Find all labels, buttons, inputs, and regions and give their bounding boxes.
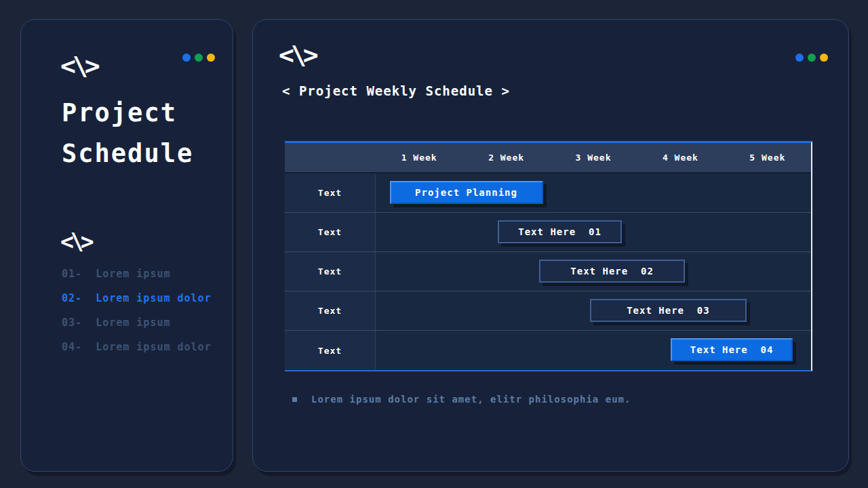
gantt-bar-project-planning[interactable]: Project Planning [390,181,543,204]
row-label: Text [285,213,376,251]
table-row: Text Project Planning [285,174,811,213]
sidebar-menu: 01- Lorem ipsum 02- Lorem ipsum dolor 03… [62,268,212,365]
row-timeline: Project Planning [376,174,811,212]
gantt-bar-04[interactable]: Text Here 04 [671,338,793,361]
gantt-table: 1 Week 2 Week 3 Week 4 Week 5 Week Text … [285,141,812,371]
sidebar-item-04[interactable]: 04- Lorem ipsum dolor [62,341,212,353]
window-controls [795,54,828,62]
gantt-header-week-1: 1 Week [376,152,462,163]
table-row: Text Text Here 04 [285,331,811,370]
square-bullet-icon [292,397,297,402]
gantt-header-week-2: 2 Week [462,152,549,163]
footnote: Lorem ipsum dolor sit amet, elitr philos… [292,394,631,405]
window-dot-yellow-icon[interactable] [207,54,215,62]
table-row: Text Text Here 01 [285,213,811,252]
page-title: Project Schedule [62,93,224,174]
row-label: Text [285,252,376,291]
schedule-title: < Project Weekly Schedule > [282,83,510,98]
gantt-bar-01[interactable]: Text Here 01 [498,220,623,243]
row-label: Text [285,291,376,330]
row-timeline: Text Here 04 [376,331,811,370]
row-label: Text [285,174,376,212]
code-logo-icon: <\> [60,51,97,81]
gantt-header-week-3: 3 Week [550,152,637,163]
sidebar-item-03[interactable]: 03- Lorem ipsum [62,317,212,329]
gantt-bar-03[interactable]: Text Here 03 [590,299,747,322]
window-dot-yellow-icon[interactable] [820,54,828,62]
window-dot-blue-icon[interactable] [795,54,804,62]
gantt-header-week-5: 5 Week [724,152,811,163]
code-logo-icon: <\> [279,40,315,70]
footnote-text: Lorem ipsum dolor sit amet, elitr philos… [311,394,631,405]
row-timeline: Text Here 02 [376,252,811,291]
window-dot-green-icon[interactable] [195,54,203,62]
gantt-bar-02[interactable]: Text Here 02 [539,260,684,283]
table-row: Text Text Here 03 [285,291,811,331]
row-label: Text [285,331,376,370]
schedule-window: <\> < Project Weekly Schedule > 1 Week 2… [252,19,849,472]
window-controls [182,54,215,62]
window-dot-green-icon[interactable] [808,54,816,62]
sidebar-window: <\> Project Schedule <\> 01- Lorem ipsum… [20,19,233,472]
row-timeline: Text Here 01 [376,213,811,251]
gantt-header-row: 1 Week 2 Week 3 Week 4 Week 5 Week [285,143,811,174]
row-timeline: Text Here 03 [376,291,811,330]
sidebar-item-02[interactable]: 02- Lorem ipsum dolor [62,292,212,304]
sidebar-item-01[interactable]: 01- Lorem ipsum [62,268,212,280]
gantt-header-week-4: 4 Week [637,152,724,163]
window-dot-blue-icon[interactable] [182,54,191,62]
table-row: Text Text Here 02 [285,252,811,291]
code-section-icon: <\> [60,228,91,255]
